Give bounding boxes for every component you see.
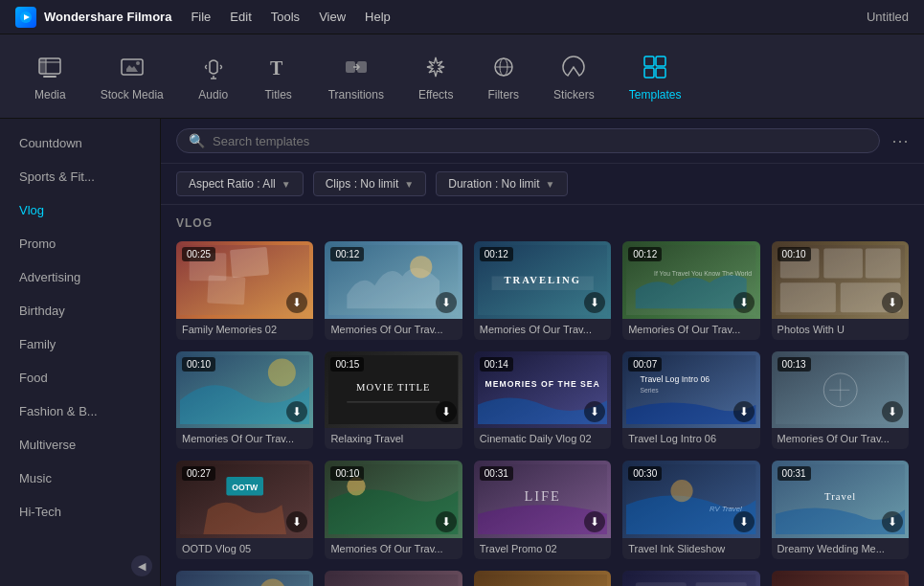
titles-label: Titles bbox=[265, 88, 292, 101]
filter-clips[interactable]: Clips : No limit ▼ bbox=[313, 171, 427, 196]
template-card-t12[interactable]: 00:10 ⬇ Memories Of Our Trav... bbox=[325, 461, 462, 559]
template-card-b2[interactable] bbox=[325, 571, 462, 586]
card-download-t7[interactable]: ⬇ bbox=[436, 401, 457, 422]
template-card-t11[interactable]: OOTW 00:27 ⬇ OOTD Vlog 05 bbox=[176, 461, 313, 559]
svg-text:T: T bbox=[270, 57, 283, 79]
card-download-t2[interactable]: ⬇ bbox=[436, 292, 457, 313]
card-download-t14[interactable]: ⬇ bbox=[733, 511, 755, 532]
template-card-t1[interactable]: 00:25 ⬇ Family Memories 02 bbox=[176, 241, 313, 340]
transitions-icon bbox=[341, 52, 372, 82]
template-card-t6[interactable]: 00:10 ⬇ Memories Of Our Trav... bbox=[176, 351, 313, 450]
tool-templates[interactable]: Templates bbox=[614, 44, 697, 109]
template-card-b1[interactable] bbox=[176, 571, 313, 586]
card-download-t12[interactable]: ⬇ bbox=[436, 511, 457, 532]
card-thumb-b2 bbox=[325, 571, 462, 586]
sidebar-item-advertising[interactable]: Advertising bbox=[0, 260, 160, 294]
menu-help[interactable]: Help bbox=[365, 10, 391, 24]
sidebar-item-promo[interactable]: Promo bbox=[0, 227, 160, 260]
svg-rect-23 bbox=[207, 275, 245, 304]
template-card-b3[interactable]: TRAVEL Vlog bbox=[474, 571, 611, 586]
card-label-t12: Memories Of Our Trav... bbox=[325, 538, 462, 559]
media-icon bbox=[34, 52, 65, 82]
tool-media[interactable]: Media bbox=[19, 44, 81, 109]
svg-rect-6 bbox=[122, 59, 143, 75]
template-card-t15[interactable]: Travel 00:31 ⬇ Dreamy Wedding Me... bbox=[772, 461, 909, 559]
svg-rect-28 bbox=[491, 276, 593, 290]
sidebar: Countdown Sports & Fit... Vlog Promo Adv… bbox=[0, 119, 161, 586]
sidebar-item-countdown[interactable]: Countdown bbox=[0, 126, 160, 160]
filter-clips-label: Clips : No limit bbox=[326, 177, 399, 191]
card-thumb-t10: 00:13 ⬇ bbox=[772, 351, 909, 429]
sidebar-item-vlog[interactable]: Vlog bbox=[0, 193, 160, 227]
template-card-b4[interactable] bbox=[622, 571, 759, 586]
card-download-t3[interactable]: ⬇ bbox=[584, 292, 605, 313]
toolbar: Media Stock Media Audio T bbox=[0, 34, 924, 119]
card-thumb-t9: Travel Log Intro 06 Series 00:07 ⬇ bbox=[622, 351, 759, 429]
stock-media-label: Stock Media bbox=[101, 88, 164, 101]
more-options-icon[interactable]: ⋯ bbox=[891, 130, 909, 151]
menu-tools[interactable]: Tools bbox=[271, 10, 300, 24]
card-thumb-t4: If You Travel You Know The World 00:12 ⬇ bbox=[622, 241, 759, 319]
template-card-t10[interactable]: 00:13 ⬇ Memories Of Our Trav... bbox=[772, 351, 909, 450]
svg-point-38 bbox=[268, 358, 296, 386]
sidebar-item-hitech[interactable]: Hi-Tech bbox=[0, 495, 160, 529]
tool-transitions[interactable]: Transitions bbox=[313, 44, 399, 109]
filter-duration[interactable]: Duration : No limit ▼ bbox=[436, 171, 567, 196]
search-input-wrap[interactable]: 🔍 bbox=[176, 128, 880, 153]
template-card-t3[interactable]: TRAVELING 00:12 ⬇ Memories Of Our Trav..… bbox=[474, 241, 611, 340]
card-label-t2: Memories Of Our Trav... bbox=[325, 319, 462, 340]
card-download-t15[interactable]: ⬇ bbox=[882, 511, 903, 532]
menu-file[interactable]: File bbox=[191, 10, 211, 24]
card-label-t5: Photos With U bbox=[772, 319, 909, 340]
tool-effects[interactable]: Effects bbox=[403, 44, 468, 109]
card-label-t11: OOTD Vlog 05 bbox=[176, 538, 313, 559]
sidebar-item-music[interactable]: Music bbox=[0, 462, 160, 495]
templates-area: VLOG 00:25 bbox=[161, 205, 924, 586]
template-card-b5[interactable]: Travel bbox=[772, 571, 909, 586]
sidebar-item-family[interactable]: Family bbox=[0, 327, 160, 361]
card-thumb-t11: OOTW 00:27 ⬇ bbox=[176, 461, 313, 538]
thumb-b1 bbox=[176, 571, 313, 586]
sidebar-item-birthday[interactable]: Birthday bbox=[0, 294, 160, 327]
svg-rect-34 bbox=[865, 248, 900, 278]
sidebar-item-food[interactable]: Food bbox=[0, 361, 160, 394]
sidebar-item-fashion[interactable]: Fashion & B... bbox=[0, 394, 160, 428]
card-download-t5[interactable]: ⬇ bbox=[882, 292, 903, 313]
card-thumb-t15: Travel 00:31 ⬇ bbox=[772, 461, 909, 538]
templates-label: Templates bbox=[629, 88, 682, 101]
card-download-t13[interactable]: ⬇ bbox=[584, 511, 605, 532]
card-download-t9[interactable]: ⬇ bbox=[733, 401, 755, 422]
sidebar-item-sports[interactable]: Sports & Fit... bbox=[0, 160, 160, 193]
menu-view[interactable]: View bbox=[319, 10, 346, 24]
card-label-t3: Memories Of Our Trav... bbox=[474, 319, 611, 340]
svg-text:LIFE: LIFE bbox=[524, 488, 560, 504]
card-download-t4[interactable]: ⬇ bbox=[733, 292, 755, 313]
template-card-t14[interactable]: RV Travel 00:30 ⬇ Travel Ink Slideshow bbox=[622, 461, 759, 559]
card-download-t1[interactable]: ⬇ bbox=[286, 292, 307, 313]
card-thumb-b1 bbox=[176, 571, 313, 586]
filter-aspect-ratio[interactable]: Aspect Ratio : All ▼ bbox=[176, 171, 304, 196]
tool-stock-media[interactable]: Stock Media bbox=[85, 44, 179, 109]
svg-rect-63 bbox=[328, 575, 458, 586]
template-card-t5[interactable]: 00:10 ⬇ Photos With U bbox=[772, 241, 909, 340]
template-card-t9[interactable]: Travel Log Intro 06 Series 00:07 ⬇ Trave… bbox=[622, 351, 759, 450]
card-label-t9: Travel Log Intro 06 bbox=[622, 428, 759, 449]
search-input[interactable] bbox=[213, 134, 868, 148]
tool-filters[interactable]: Filters bbox=[472, 44, 534, 109]
menu-edit[interactable]: Edit bbox=[230, 10, 251, 24]
template-card-t7[interactable]: MOVIE TITLE 00:15 ⬇ Relaxing Travel bbox=[325, 351, 462, 450]
template-card-t13[interactable]: LIFE 00:31 ⬇ Travel Promo 02 bbox=[474, 461, 611, 559]
tool-stickers[interactable]: Stickers bbox=[538, 44, 610, 109]
svg-point-7 bbox=[136, 61, 140, 65]
sidebar-item-multiverse[interactable]: Multiverse bbox=[0, 428, 160, 462]
template-card-t8[interactable]: MEMORIES OF THE SEA 00:14 ⬇ Cinematic Da… bbox=[474, 351, 611, 450]
collapse-button[interactable]: ◀ bbox=[131, 555, 152, 576]
card-label-t13: Travel Promo 02 bbox=[474, 538, 611, 559]
window-title: Untitled bbox=[867, 10, 909, 24]
search-icon: 🔍 bbox=[189, 133, 205, 148]
tool-titles[interactable]: T Titles bbox=[248, 44, 309, 109]
template-card-t2[interactable]: 00:12 ⬇ Memories Of Our Trav... bbox=[325, 241, 462, 340]
tool-audio[interactable]: Audio bbox=[183, 44, 244, 109]
template-card-t4[interactable]: If You Travel You Know The World 00:12 ⬇… bbox=[622, 241, 759, 340]
filters-label: Filters bbox=[487, 88, 519, 101]
